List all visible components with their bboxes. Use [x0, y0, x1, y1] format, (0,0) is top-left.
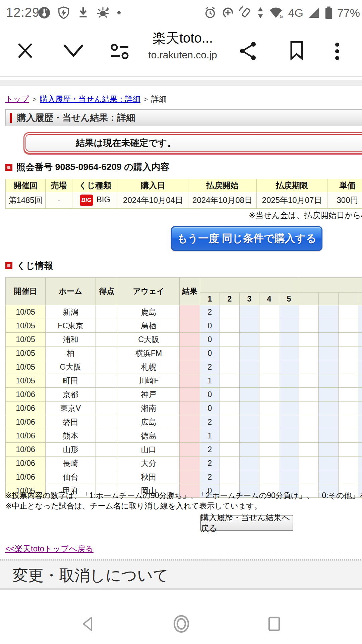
score-cell [96, 346, 118, 360]
repurchase-button[interactable]: もう一度 同じ条件で購入する [171, 226, 322, 251]
android-navbar [0, 604, 362, 644]
lottery-section-heading: くじ情報 [5, 260, 53, 272]
vote-cell [240, 319, 259, 333]
page-header-bar: 購入履歴・当せん結果：詳細 [5, 109, 362, 126]
vote-cell [358, 333, 362, 346]
result-alert-box: 結果は現在未確定です。 [23, 132, 362, 154]
vote-cell [319, 374, 339, 388]
match-date-cell: 10/06 [6, 457, 46, 470]
vote-cell [339, 333, 358, 346]
purchase-cell: 第1485回 [6, 192, 46, 209]
note-line: ※投票内容の数字は、「1:ホームチームの90分勝ち」、「2:ホームチームの90分… [5, 490, 362, 501]
match-date-cell: 10/06 [6, 415, 46, 429]
vote-cell [259, 443, 279, 457]
vote-cell [339, 319, 358, 333]
breadcrumb-item[interactable]: 購入履歴・当せん結果：詳細 [40, 95, 140, 103]
match-col-header: アウェイ [118, 278, 180, 305]
close-icon[interactable] [16, 42, 34, 60]
away-team-cell: 横浜FM [118, 346, 180, 360]
vote-col-header [319, 293, 339, 305]
web-page: トップ>購入履歴・当せん結果：詳細>詳細 購入履歴・当せん結果：詳細 結果は現在… [0, 77, 362, 644]
match-date-cell: 10/06 [6, 388, 46, 401]
vote-cell [299, 333, 319, 346]
vote-cell [299, 305, 319, 319]
vote-cell [279, 319, 299, 333]
vote-cell [259, 401, 279, 415]
purchase-cell: 2024年10月08日 [188, 192, 257, 209]
match-row: 10/05町田川崎F1 [6, 374, 362, 388]
vote-cell [220, 415, 240, 429]
vote-cell: 2 [200, 305, 220, 319]
away-team-cell: 鳥栖 [118, 319, 180, 333]
wifi-icon: 5 [268, 6, 284, 19]
home-team-cell: 磐田 [46, 415, 96, 429]
vote-cell [220, 346, 240, 360]
vote-cell [240, 305, 259, 319]
battery-percent-text: 77% [337, 6, 360, 19]
vote-cell [240, 443, 259, 457]
vote-cell [279, 401, 299, 415]
vote-cell [279, 470, 299, 484]
red-square-bullet [5, 164, 12, 171]
purchase-section-heading: 照会番号 9085-0964-6209 の購入内容 [5, 161, 170, 173]
vote-cell [259, 360, 279, 374]
breadcrumb-separator: > [144, 95, 148, 103]
browser-toolbar: 楽天toto... to.rakuten.co.jp [0, 25, 362, 77]
vote-cell [240, 470, 259, 484]
vote-cell [358, 346, 362, 360]
nav-home-icon[interactable] [172, 614, 190, 633]
purchase-table-data-row: 第1485回-BIGBIG2024年10月04日2024年10月08日2025年… [6, 192, 362, 209]
vote-cell [220, 360, 240, 374]
vote-cell [240, 388, 259, 401]
score-cell [96, 401, 118, 415]
vote-cell [319, 443, 339, 457]
match-col-header: 結果 [180, 278, 200, 305]
vote-cell [358, 319, 362, 333]
vote-cell [319, 415, 339, 429]
vote-cell [339, 374, 358, 388]
purchase-col-header: くじ種類 [72, 179, 118, 192]
nav-back-icon[interactable] [80, 616, 96, 632]
chevron-down-icon[interactable] [62, 43, 84, 58]
match-info-table: 開催日ホーム得点アウェイ結果 12345 10/05新潟鹿島210/05FC東京… [5, 277, 362, 498]
match-col-header: 開催日 [6, 278, 46, 305]
vote-cell [358, 457, 362, 470]
breadcrumb-item[interactable]: トップ [5, 95, 29, 103]
share-icon[interactable] [239, 41, 258, 61]
vote-cell [339, 401, 358, 415]
updown-arrows-icon [257, 6, 264, 19]
match-date-cell: 10/05 [6, 360, 46, 374]
vote-cell: 1 [200, 374, 220, 388]
purchase-cell: BIGBIG [72, 192, 118, 209]
purchase-col-header: 払戻期限 [257, 179, 327, 192]
home-team-cell: FC東京 [46, 319, 96, 333]
result-cell [180, 415, 200, 429]
overflow-menu-icon[interactable] [335, 42, 340, 61]
vote-cell [319, 319, 339, 333]
vote-cell [299, 443, 319, 457]
vote-cell [279, 333, 299, 346]
shield-bolt-icon [57, 6, 70, 19]
vote-col-header [358, 293, 362, 305]
vote-cell: 2 [200, 360, 220, 374]
vote-cell [358, 360, 362, 374]
result-cell [180, 470, 200, 484]
vote-cell [339, 443, 358, 457]
wifi-badge: 5 [280, 14, 283, 19]
match-date-cell: 10/06 [6, 470, 46, 484]
vote-cell [319, 305, 339, 319]
score-cell [96, 457, 118, 470]
nav-recents-icon[interactable] [267, 615, 282, 633]
back-to-top-link[interactable]: <<楽天totoトップへ戻る [5, 543, 94, 554]
vote-cell [339, 346, 358, 360]
result-cell [180, 360, 200, 374]
vote-cell [259, 346, 279, 360]
tune-filter-icon[interactable] [109, 42, 130, 61]
lottery-heading-text: くじ情報 [16, 260, 53, 272]
bookmark-icon[interactable] [288, 40, 305, 60]
match-date-cell: 10/06 [6, 429, 46, 443]
back-to-history-button[interactable]: 購入履歴・当せん結果へ戻る [200, 515, 293, 531]
vote-cell [358, 388, 362, 401]
result-cell [180, 333, 200, 346]
footer-accordion-heading[interactable]: 変更・取消しについて [13, 565, 362, 586]
